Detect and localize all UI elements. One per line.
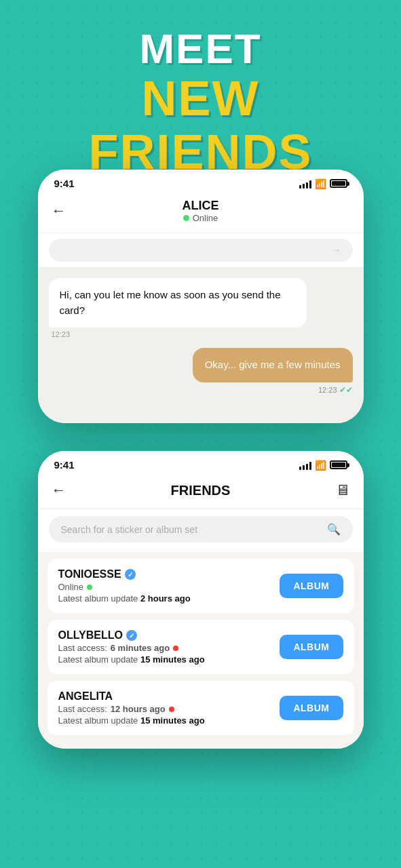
back-arrow-friends-icon[interactable]: ←: [52, 481, 66, 499]
chat-input-bar: →: [38, 233, 364, 267]
friend-info-angelita: ANGELITA Last access: 12 hours ago Lates…: [58, 690, 280, 726]
status-icons-1: 📶: [299, 178, 347, 189]
verified-badge-tonioesse: ✓: [125, 569, 136, 580]
friends-header: ← FRIENDS 🖥: [38, 475, 364, 509]
offline-dot-angelita: [169, 707, 174, 712]
message-sent-text-1: Okay... give me a few minutes: [205, 359, 341, 370]
double-check-icon: ✔✔: [339, 385, 353, 395]
chat-contact-name: ALICE: [183, 199, 219, 213]
online-status: Online: [183, 213, 219, 223]
search-placeholder-text: Search for a sticker or album set: [61, 524, 198, 535]
friend-name-text-angelita: ANGELITA: [58, 690, 113, 703]
friends-title: FRIENDS: [66, 483, 335, 498]
friend-status-angelita: Last access: 12 hours ago: [58, 704, 280, 714]
friend-name-text-tonioesse: TONIOESSE: [58, 568, 121, 580]
search-area: Search for a sticker or album set 🔍: [38, 509, 364, 552]
chat-header-info: ALICE Online: [183, 199, 219, 223]
hero-new-text: NEW: [0, 72, 401, 125]
friend-info-ollybello: OLLYBELLO ✓ Last access: 6 minutes ago L…: [58, 629, 280, 665]
battery-icon-1: [330, 179, 347, 188]
signal-bar-2-3: [306, 464, 308, 470]
verified-badge-ollybello: ✓: [126, 630, 137, 641]
message-sent-time-1: 12:23 ✔✔: [318, 385, 353, 395]
search-bar[interactable]: Search for a sticker or album set 🔍: [49, 516, 353, 542]
friend-album-update-ollybello: Latest album update 15 minutes ago: [58, 654, 280, 665]
status-time-2: 9:41: [54, 459, 75, 471]
album-update-time-angelita: 15 minutes ago: [140, 715, 205, 726]
status-bar-2: 9:41 📶: [38, 451, 364, 475]
send-arrow-icon[interactable]: →: [331, 244, 342, 256]
friend-access-time-ollybello: 6 minutes ago: [111, 643, 170, 653]
friend-card-tonioesse: TONIOESSE ✓ Online Latest album update 2…: [47, 559, 354, 613]
sent-time-label: 12:23: [318, 386, 337, 394]
back-arrow-icon[interactable]: ←: [52, 202, 66, 220]
friend-info-tonioesse: TONIOESSE ✓ Online Latest album update 2…: [58, 568, 280, 604]
battery-fill-1: [332, 181, 345, 186]
friend-card-angelita: ANGELITA Last access: 12 hours ago Lates…: [47, 681, 354, 735]
message-received-text-1: Hi, can you let me know as soon as you s…: [60, 289, 281, 316]
battery-fill-2: [332, 462, 345, 467]
friend-album-update-angelita: Latest album update 15 minutes ago: [58, 715, 280, 726]
message-received-time-1: 12:23: [49, 330, 353, 338]
friends-list: TONIOESSE ✓ Online Latest album update 2…: [38, 552, 364, 749]
offline-dot-ollybello: [173, 646, 178, 651]
album-update-label-angelita: Latest album update: [58, 715, 138, 726]
online-dot-icon: [183, 215, 189, 221]
signal-bar-2-2: [303, 465, 305, 470]
monitor-icon[interactable]: 🖥: [335, 481, 350, 499]
signal-bar-3: [306, 182, 308, 189]
friend-access-time-angelita: 12 hours ago: [111, 704, 166, 714]
message-received-1: Hi, can you let me know as soon as you s…: [49, 278, 307, 328]
online-status-text: Online: [193, 213, 218, 223]
friend-name-angelita: ANGELITA: [58, 690, 280, 703]
chat-input-field[interactable]: →: [49, 239, 353, 262]
chat-messages: Hi, can you let me know as soon as you s…: [38, 267, 364, 423]
signal-bar-2: [303, 184, 305, 189]
chat-header: ← ALICE Online: [38, 193, 364, 233]
phone-chat: 9:41 📶 ← ALICE Online: [38, 170, 364, 423]
phone-friends: 9:41 📶 ← FRIENDS 🖥 Search for a sticker …: [38, 451, 364, 749]
message-sent-1: Okay... give me a few minutes: [193, 348, 353, 382]
friend-name-tonioesse: TONIOESSE ✓: [58, 568, 280, 580]
friend-status-tonioesse: Online: [58, 582, 280, 592]
battery-icon-2: [330, 460, 347, 469]
friend-album-update-tonioesse: Latest album update 2 hours ago: [58, 593, 280, 604]
search-icon: 🔍: [327, 523, 341, 536]
hero-title: MEET NEW FRIENDS: [0, 0, 401, 180]
signal-bar-1: [299, 185, 301, 189]
signal-bar-2-1: [299, 467, 301, 470]
status-icons-2: 📶: [299, 460, 347, 471]
friend-name-ollybello: OLLYBELLO ✓: [58, 629, 280, 642]
friend-status-text-ollybello: Last access:: [58, 643, 107, 653]
album-update-time-ollybello: 15 minutes ago: [140, 654, 205, 665]
album-update-label-ollybello: Latest album update: [58, 654, 138, 665]
signal-bar-4: [309, 180, 311, 189]
album-button-tonioesse[interactable]: ALBUM: [280, 574, 343, 598]
album-button-angelita[interactable]: ALBUM: [280, 696, 343, 720]
album-update-label-tonioesse: Latest album update: [58, 593, 138, 604]
friend-status-text-angelita: Last access:: [58, 704, 107, 714]
wifi-icon-1: 📶: [315, 178, 326, 189]
sent-message-wrapper: Okay... give me a few minutes 12:23 ✔✔: [49, 348, 353, 395]
wifi-icon-2: 📶: [315, 460, 326, 471]
friend-name-text-ollybello: OLLYBELLO: [58, 629, 123, 642]
album-button-ollybello[interactable]: ALBUM: [280, 635, 343, 659]
signal-bars-1: [299, 179, 311, 189]
friend-status-ollybello: Last access: 6 minutes ago: [58, 643, 280, 653]
friend-card-ollybello: OLLYBELLO ✓ Last access: 6 minutes ago L…: [47, 620, 354, 674]
status-bar-1: 9:41 📶: [38, 170, 364, 193]
signal-bars-2: [299, 460, 311, 470]
status-time-1: 9:41: [54, 178, 75, 189]
online-dot-tonioesse: [87, 585, 92, 590]
friend-status-text-tonioesse: Online: [58, 582, 84, 592]
album-update-time-tonioesse: 2 hours ago: [140, 593, 191, 604]
signal-bar-2-4: [309, 462, 311, 470]
hero-meet-text: MEET: [0, 26, 401, 72]
